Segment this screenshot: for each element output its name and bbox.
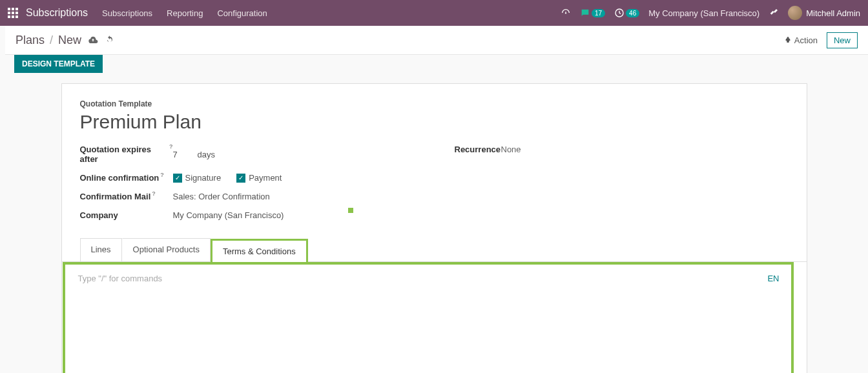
design-template-button[interactable]: DESIGN TEMPLATE <box>14 55 103 73</box>
recurrence-label: Recurrence <box>455 145 501 154</box>
activities-count: 46 <box>626 9 639 17</box>
tab-terms-conditions[interactable]: Terms & Conditions <box>211 239 308 262</box>
expires-value[interactable]: 7 <box>173 150 191 159</box>
messages-count: 17 <box>592 9 605 17</box>
discard-icon[interactable] <box>105 35 115 46</box>
breadcrumb-sep: / <box>50 34 53 47</box>
breadcrumb-plans[interactable]: Plans <box>16 34 45 47</box>
quotation-template-label: Quotation Template <box>80 99 789 108</box>
tabs: Lines Optional Products Terms & Conditio… <box>62 238 807 262</box>
messages-icon[interactable]: 17 <box>580 8 605 18</box>
signature-checkbox[interactable]: ✓ <box>173 174 182 183</box>
lang-badge[interactable]: EN <box>767 274 779 283</box>
conf-mail-label: Confirmation Mail? <box>80 192 173 201</box>
company-value[interactable]: My Company (San Francisco) <box>173 210 284 220</box>
payment-label: Payment <box>249 173 282 183</box>
nav-reporting[interactable]: Reporting <box>167 8 203 18</box>
tab-lines[interactable]: Lines <box>80 238 122 261</box>
highlight-dot <box>348 208 353 213</box>
user-menu[interactable]: Mitchell Admin <box>788 6 860 20</box>
nav-subscriptions[interactable]: Subscriptions <box>102 8 152 18</box>
nav-configuration[interactable]: Configuration <box>217 8 267 18</box>
new-button[interactable]: New <box>827 32 858 48</box>
recurrence-value[interactable]: None <box>501 145 521 154</box>
signature-label: Signature <box>185 173 222 183</box>
breadcrumb: Plans / New <box>16 34 81 47</box>
apps-grid-icon[interactable] <box>8 8 18 18</box>
form-sheet: Quotation Template Premium Plan Quotatio… <box>61 83 807 373</box>
payment-checkbox[interactable]: ✓ <box>236 174 245 183</box>
terms-editor[interactable]: Type "/" for commands EN <box>63 262 794 373</box>
breadcrumb-current: New <box>58 34 81 47</box>
action-label: Action <box>794 35 818 45</box>
cloud-save-icon[interactable] <box>88 35 98 46</box>
avatar <box>788 6 802 20</box>
expires-label: Quotation expires after? <box>80 145 173 164</box>
conf-mail-value[interactable]: Sales: Order Confirmation <box>173 192 270 201</box>
online-conf-label: Online confirmation? <box>80 173 173 183</box>
expires-unit: days <box>198 150 215 159</box>
action-menu[interactable]: Action <box>784 35 818 45</box>
tools-icon[interactable] <box>769 8 779 18</box>
user-name: Mitchell Admin <box>806 8 860 18</box>
company-selector[interactable]: My Company (San Francisco) <box>648 8 760 18</box>
editor-placeholder: Type "/" for commands <box>78 274 778 283</box>
activities-icon[interactable]: 46 <box>614 8 639 18</box>
tray-speed-icon[interactable] <box>561 8 571 18</box>
company-label: Company <box>80 210 173 220</box>
tab-optional-products[interactable]: Optional Products <box>122 238 211 261</box>
app-title[interactable]: Subscriptions <box>26 7 88 19</box>
plan-title[interactable]: Premium Plan <box>80 111 789 133</box>
